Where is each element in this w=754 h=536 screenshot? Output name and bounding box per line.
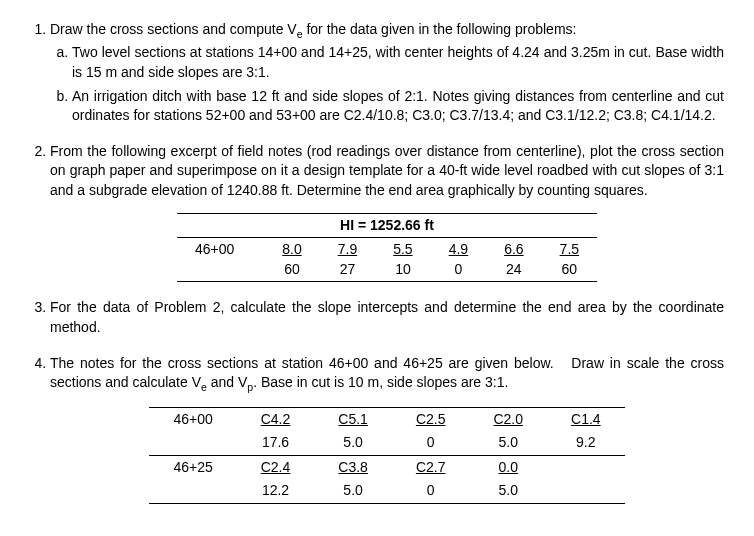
q2-table-wrap: HI = 1252.66 ft 46+00 8.0 7.9 5.5 4.9 6.…: [50, 213, 724, 283]
q4-r1t0: C2.4: [237, 455, 315, 479]
q4-r0b3: 5.0: [469, 431, 547, 455]
q2-r0: 8.0: [264, 238, 319, 260]
q2-d0: 60: [264, 260, 319, 282]
q4-r1b1: 5.0: [314, 479, 392, 503]
q4-r1b2: 0: [392, 479, 470, 503]
q4-r1b3: 5.0: [469, 479, 547, 503]
q1-sublist: Two level sections at stations 14+00 and…: [50, 43, 724, 125]
q2-d3: 0: [431, 260, 486, 282]
q4-r0b0: 17.6: [237, 431, 315, 455]
q4-r0b1: 5.0: [314, 431, 392, 455]
problem-2: From the following excerpt of field note…: [50, 142, 724, 283]
q4-r1b0: 12.2: [237, 479, 315, 503]
q1-intro: Draw the cross sections and compute Ve f…: [50, 21, 576, 37]
q4-r0t4: C1.4: [547, 407, 625, 431]
q4-r0b4: 9.2: [547, 431, 625, 455]
q2-d1: 27: [320, 260, 375, 282]
q4-r0b2: 0: [392, 431, 470, 455]
q4-r1t4: [547, 455, 625, 479]
q4-s1: 46+25: [149, 455, 236, 479]
q4-text: The notes for the cross sections at stat…: [50, 355, 724, 391]
problem-4: The notes for the cross sections at stat…: [50, 354, 724, 504]
problem-3: For the data of Problem 2, calculate the…: [50, 298, 724, 337]
q2-r2: 5.5: [375, 238, 430, 260]
q1a: Two level sections at stations 14+00 and…: [72, 43, 724, 82]
q2-r5: 7.5: [542, 238, 597, 260]
q4-s0: 46+00: [149, 407, 236, 431]
q4-r0t2: C2.5: [392, 407, 470, 431]
q4-table: 46+00 C4.2 C5.1 C2.5 C2.0 C1.4 17.6 5.0 …: [149, 407, 624, 504]
q4-r1b4: [547, 479, 625, 503]
q2-d2: 10: [375, 260, 430, 282]
q2-d4: 24: [486, 260, 541, 282]
q2-r4: 6.6: [486, 238, 541, 260]
q2-d5: 60: [542, 260, 597, 282]
q4-table-wrap: 46+00 C4.2 C5.1 C2.5 C2.0 C1.4 17.6 5.0 …: [50, 407, 724, 504]
q2-table: HI = 1252.66 ft 46+00 8.0 7.9 5.5 4.9 6.…: [177, 213, 597, 283]
q2-hi: HI = 1252.66 ft: [177, 213, 597, 238]
q2-text: From the following excerpt of field note…: [50, 143, 724, 198]
q4-r0t3: C2.0: [469, 407, 547, 431]
q2-station: 46+00: [177, 238, 264, 260]
problem-1: Draw the cross sections and compute Ve f…: [50, 20, 724, 126]
q4-r0t1: C5.1: [314, 407, 392, 431]
q2-r1: 7.9: [320, 238, 375, 260]
q4-r1t2: C2.7: [392, 455, 470, 479]
q4-r0t0: C4.2: [237, 407, 315, 431]
q4-r1t1: C3.8: [314, 455, 392, 479]
q4-r1t3: 0.0: [469, 455, 547, 479]
q1b: An irrigation ditch with base 12 ft and …: [72, 87, 724, 126]
q2-r3: 4.9: [431, 238, 486, 260]
